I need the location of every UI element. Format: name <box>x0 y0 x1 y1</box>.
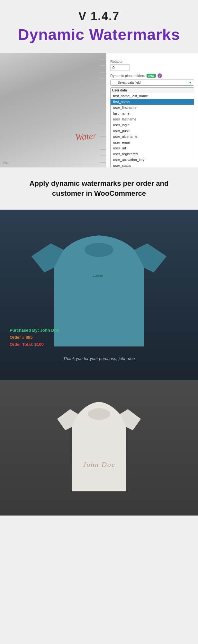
dropdown-item-user_url[interactable]: user_url <box>111 145 194 151</box>
svg-point-3 <box>88 408 110 420</box>
select-arrow-icon: ▼ <box>189 81 192 84</box>
pub-label: Pub <box>3 161 8 164</box>
wm-total: Order Total: $100 <box>10 341 59 348</box>
teal-shirt-section: ●●FATP Purchased By: John Doe Order # 88… <box>0 210 198 380</box>
version-section: V 1.4.7 Dynamic Watermarks <box>0 0 198 53</box>
dropdown-item-user_activation_key[interactable]: user_activation_key <box>111 157 194 163</box>
wm-purchased-by: Purchased By: John Doe <box>10 327 59 334</box>
dropdown-item-last_name[interactable]: last_name <box>111 110 194 116</box>
new-badge: New <box>147 74 156 78</box>
white-shirt-section: John Doe <box>0 380 198 516</box>
white-shirt-svg <box>57 398 141 498</box>
dropdown-item-first_name[interactable]: first_name <box>111 99 194 105</box>
dynamic-placeholders-row: Dynamic placeholders New ? <box>110 73 194 78</box>
white-shirt-container: John Doe <box>57 400 141 496</box>
svg-text:●●FATP: ●●FATP <box>93 275 103 278</box>
data-field-select[interactable]: ---- Select data field ---- ▼ <box>110 80 194 86</box>
dropdown-item-user_firstname[interactable]: user_firstname <box>111 105 194 110</box>
dropdown-item-first_name_last_name[interactable]: first_name_last_name <box>111 93 194 99</box>
dropdown-item-user_lastname[interactable]: user_lastname <box>111 116 194 122</box>
user-data-section-label: User data <box>111 88 194 93</box>
shirt-preview-area: Water Pub <box>0 53 106 167</box>
watermark-preview-text: Water <box>75 130 97 143</box>
dynamic-placeholders-label: Dynamic placeholders <box>110 74 145 78</box>
wm-order: Order # 885 <box>10 334 59 341</box>
watermark-overlay: Purchased By: John Doe Order # 885 Order… <box>10 327 59 348</box>
page-title: Dynamic Watermarks <box>6 23 192 50</box>
plugin-screenshot: Water Pub Rotation Dynamic placeholders … <box>0 53 198 167</box>
dropdown-item-user_pass[interactable]: user_pass <box>111 128 194 134</box>
dropdown-item-user_email[interactable]: user_email <box>111 139 194 145</box>
john-doe-watermark: John Doe <box>83 460 115 469</box>
question-badge[interactable]: ? <box>158 73 162 78</box>
select-placeholder-text: ---- Select data field ---- <box>113 81 146 84</box>
notebook-lines <box>100 53 106 167</box>
dropdown-item-user_login[interactable]: user_login <box>111 122 194 128</box>
dropdown-item-user_nicename[interactable]: user_nicename <box>111 134 194 139</box>
dropdown-item-user_registered[interactable]: user_registered <box>111 151 194 157</box>
svg-rect-1 <box>54 268 144 346</box>
description-text: Apply dynamic watermarks per order and c… <box>13 179 185 199</box>
rotation-label: Rotation <box>110 60 194 63</box>
settings-panel: Rotation Dynamic placeholders New ? ----… <box>106 53 198 167</box>
version-label: V 1.4.7 <box>6 10 192 23</box>
dropdown-item-user_status[interactable]: user_status <box>111 163 194 167</box>
description-section: Apply dynamic watermarks per order and c… <box>0 167 198 210</box>
teal-shirt-container: ●●FATP <box>0 210 198 380</box>
svg-point-0 <box>85 243 113 257</box>
dropdown-list: User data first_name_last_namefirst_name… <box>110 87 194 167</box>
wm-thank-you: Thank you for your purchase, john-doe <box>63 356 135 361</box>
rotation-input[interactable] <box>110 64 130 71</box>
